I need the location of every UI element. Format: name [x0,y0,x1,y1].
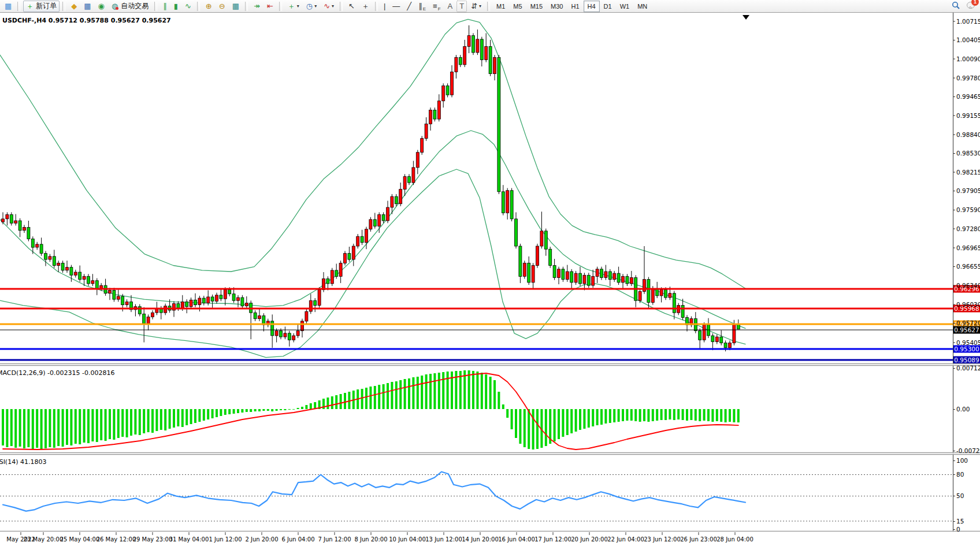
candle [202,298,205,303]
history-center-icon[interactable]: ◆ [68,1,80,12]
data-signal-icon[interactable]: ◉ [95,1,107,12]
candle [70,268,73,276]
bar-chart-button[interactable]: ∥ [160,1,170,12]
candle [498,57,500,191]
horizontal-line-button[interactable]: — [389,1,403,12]
macd-histogram-bar [44,409,47,448]
candle [562,269,565,280]
chart-shift-marker[interactable] [743,15,749,20]
toolbar-separator [197,2,200,11]
vertical-line-button[interactable]: | [381,1,388,12]
timeframe-m1-button[interactable]: M1 [492,1,509,12]
rsi-tick-label: 0 [956,526,960,533]
candle [574,273,577,283]
chart-shift-button[interactable]: ⇤ [264,1,276,12]
macd-histogram-bar [100,409,102,440]
rsi-tick-label: 80 [956,471,964,478]
candle [596,269,599,277]
toolbar-separator [279,2,282,11]
candle [673,294,675,313]
candle [553,266,556,278]
line-chart-button[interactable]: ∿ [182,1,194,12]
time-axis-label: 16 Jun 04:00 [498,536,535,543]
window-icon-partial[interactable]: ▦ [2,1,14,12]
candle [143,314,146,324]
market-watch-icon[interactable]: ▦ [81,1,94,12]
candle [583,275,586,284]
trendline-button[interactable]: ╱ [404,1,414,12]
timeframe-m15-button[interactable]: M15 [526,1,547,12]
candle [519,246,522,276]
price-tick-label: 0.98215 [956,169,980,176]
macd-histogram-bar [139,409,141,435]
search-icon[interactable] [951,1,960,12]
auto-trading-button[interactable]: ◍自动交易 [109,1,151,12]
macd-histogram-bar [383,384,385,409]
equidistant-channel-button[interactable]: ∥E [415,1,429,12]
auto-scroll-glyph: ↠ [254,1,260,12]
candle [463,47,466,65]
candle [147,317,150,324]
macd-histogram-bar [262,409,265,411]
candle [357,236,359,246]
macd-histogram-bar [699,409,701,421]
candle [715,337,718,341]
candle [91,281,94,284]
candlestick-chart-button[interactable]: ▮ [171,1,181,12]
macd-histogram-bar [271,409,273,411]
auto-scroll-button[interactable]: ↠ [251,1,263,12]
fibonacci-button[interactable]: ≡F [430,1,443,12]
candle [437,101,440,119]
text-label-button[interactable]: T [456,1,467,12]
price-tick-label: 0.95720 [956,320,980,326]
candle [121,296,124,305]
macd-histogram-bar [109,409,111,439]
timeframe-h1-button[interactable]: H1 [567,1,583,12]
rsi-indicator-label: RSI(14) 41.1803 [0,458,46,466]
crosshair-button[interactable]: ＋ [359,1,372,12]
zoom-in-button[interactable]: ⊕ [203,1,215,12]
dropdown-caret-icon: ▾ [314,3,317,9]
arrows-button[interactable]: ⇵▾ [468,1,484,12]
candle [361,236,363,243]
timeframe-m5-button[interactable]: M5 [509,1,526,12]
timeframe-m30-button[interactable]: M30 [547,1,567,12]
macd-histogram-bar [198,409,201,422]
macd-histogram-bar [404,379,406,409]
candle [378,215,381,226]
macd-histogram-bar [412,377,414,409]
candle [258,315,261,318]
zoom-out-button[interactable]: ⊖ [216,1,228,12]
macd-histogram-bar [592,409,594,426]
timeframe-w1-button[interactable]: W1 [616,1,634,12]
candle [540,231,543,246]
candle [151,313,154,317]
indicators-list-button[interactable]: ∿▾ [321,1,337,12]
notifications-icon[interactable]: 1 [966,1,977,12]
macd-histogram-bar [32,409,34,449]
timeframe-h4-button[interactable]: H4 [584,1,600,12]
tile-windows-button[interactable]: ▦ [229,1,242,12]
new-order-button[interactable]: ＋新订单 [23,1,60,12]
timeframe-d1-button[interactable]: D1 [600,1,616,12]
candle [566,272,569,280]
profiles-button[interactable]: ◷▾ [303,1,320,12]
time-axis-label: 20 Jun 20:00 [571,536,608,543]
time-axis-label: 25 May 04:00 [60,536,100,543]
zoom-out-glyph: ⊖ [219,1,225,12]
candle [608,272,611,280]
macd-histogram-bar [91,409,94,441]
new-chart-button[interactable]: ＋▾ [285,1,302,12]
cursor-button[interactable]: ↖ [346,1,358,12]
macd-histogram-bar [228,409,231,414]
candle [532,266,534,283]
macd-histogram-bar [673,409,675,420]
chart-canvas[interactable]: 0.962960.959680.957130.956270.953000.950… [0,13,980,546]
candle [373,220,376,226]
timeframe-mn-button[interactable]: MN [633,1,651,12]
macd-histogram-bar [49,409,51,447]
candle [416,153,419,168]
candle [309,300,312,311]
text-button[interactable]: A [445,1,456,12]
candle [125,302,128,304]
